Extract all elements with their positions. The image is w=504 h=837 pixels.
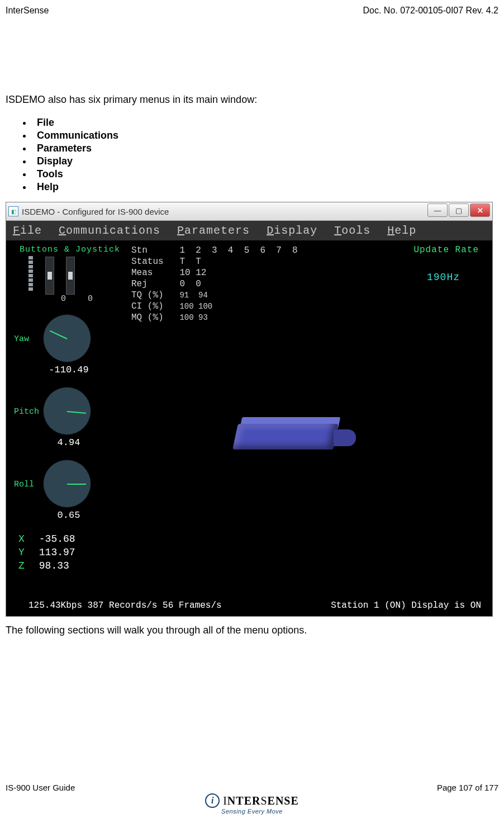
- menu-communications[interactable]: Communications: [59, 224, 160, 237]
- menu-parameters[interactable]: Parameters: [177, 224, 250, 237]
- logo-text: INTERSENSE: [223, 795, 299, 807]
- close-button[interactable]: ✕: [470, 204, 490, 217]
- joystick-value-1: 0: [61, 294, 66, 304]
- document-footer: IS-900 User Guide Page 107 of 177 i INTE…: [6, 783, 498, 815]
- document-number: Doc. No. 072-00105-0I07 Rev. 4.2: [363, 6, 498, 16]
- menu-help[interactable]: Help: [387, 224, 416, 237]
- joystick-slider-2[interactable]: [66, 257, 75, 295]
- list-item: File: [32, 117, 498, 129]
- needle-icon: [67, 411, 86, 414]
- joystick-slider-1[interactable]: [45, 257, 54, 295]
- logo-tagline: Sensing Every Move: [6, 808, 498, 815]
- update-rate-label: Update Rate: [413, 245, 479, 255]
- gauge-yaw-label: Yaw: [14, 334, 29, 344]
- row-tq: TQ (%) 91 94: [131, 290, 208, 300]
- list-item: Help: [32, 181, 498, 193]
- joystick-value-2: 0: [88, 294, 93, 304]
- menu-tools[interactable]: Tools: [334, 224, 370, 237]
- window-title: ISDEMO - Configured for IS-900 device: [22, 207, 169, 216]
- footer-left: IS-900 User Guide: [6, 783, 75, 792]
- gauge-roll-dial[interactable]: [43, 460, 91, 508]
- button-stack-icon: [28, 256, 33, 295]
- logo-mark-icon: i: [205, 793, 220, 808]
- row-stn: Stn 1 2 3 4 5 6 7 8: [131, 245, 298, 256]
- gauge-pitch-dial[interactable]: [43, 387, 91, 435]
- app-icon: ◧: [8, 206, 18, 216]
- window-titlebar[interactable]: ◧ ISDEMO - Configured for IS-900 device …: [6, 202, 492, 221]
- status-left: 125.43Kbps 387 Records/s 56 Frames/s: [28, 600, 222, 611]
- row-status: Status T T: [131, 257, 201, 267]
- needle-icon: [67, 484, 86, 485]
- minimize-button[interactable]: —: [427, 204, 448, 217]
- update-rate-value: 190Hz: [427, 272, 460, 283]
- row-rej: Rej 0 0: [131, 279, 201, 289]
- document-page: InterSense Doc. No. 072-00105-0I07 Rev. …: [0, 0, 504, 837]
- vendor-name: InterSense: [6, 6, 49, 16]
- maximize-button[interactable]: ▢: [449, 204, 469, 217]
- gauge-yaw-dial[interactable]: [43, 314, 91, 362]
- after-paragraph: The following sections will walk you thr…: [6, 625, 498, 636]
- row-mq: MQ (%) 100 93: [131, 313, 208, 323]
- menu-bullet-list: File Communications Parameters Display T…: [6, 117, 498, 193]
- document-header: InterSense Doc. No. 072-00105-0I07 Rev. …: [6, 6, 498, 16]
- xyz-position: X -35.68 Y 113.97 Z 98.33: [18, 532, 75, 573]
- y-value: 113.97: [39, 547, 75, 558]
- gauge-yaw-value: -110.49: [41, 365, 97, 375]
- list-item: Parameters: [32, 143, 498, 154]
- list-item: Display: [32, 155, 498, 167]
- buttons-joystick-label: Buttons & Joystick: [20, 245, 120, 254]
- z-label: Z: [18, 559, 33, 573]
- device-3d-icon[interactable]: [235, 414, 364, 461]
- menu-display[interactable]: Display: [267, 224, 317, 237]
- gauge-pitch-label: Pitch: [14, 407, 39, 417]
- needle-icon: [50, 330, 68, 339]
- status-right: Station 1 (ON) Display is ON: [331, 600, 481, 611]
- list-item: Communications: [32, 130, 498, 141]
- footer-right: Page 107 of 177: [437, 783, 498, 792]
- intersense-logo: i INTERSENSE: [205, 793, 299, 808]
- app-window: ◧ ISDEMO - Configured for IS-900 device …: [6, 202, 493, 617]
- x-label: X: [18, 532, 33, 546]
- gauge-pitch-value: 4.94: [41, 437, 97, 448]
- window-controls: — ▢ ✕: [427, 204, 490, 217]
- joystick-values: 0 0: [61, 294, 110, 304]
- gauge-roll-label: Roll: [14, 480, 34, 489]
- menu-file[interactable]: File: [13, 224, 42, 237]
- gauge-roll-value: 0.65: [41, 510, 97, 521]
- y-label: Y: [18, 546, 33, 559]
- z-value: 98.33: [39, 560, 69, 571]
- row-meas: Meas 10 12: [131, 268, 206, 278]
- buttons-joystick-panel: [28, 256, 75, 295]
- app-client-area: Buttons & Joystick 0 0 Stn 1 2 3 4 5 6 7…: [6, 240, 492, 616]
- app-menubar: File Communications Parameters Display T…: [6, 221, 492, 240]
- intro-paragraph: ISDEMO also has six primary menus in its…: [6, 94, 498, 106]
- app-statusbar: 125.43Kbps 387 Records/s 56 Frames/s Sta…: [6, 600, 492, 611]
- x-value: -35.68: [39, 533, 75, 545]
- row-ci: CI (%) 100 100: [131, 301, 212, 311]
- list-item: Tools: [32, 168, 498, 180]
- station-data-table: Stn 1 2 3 4 5 6 7 8 Status T T Meas 10 1…: [131, 245, 298, 323]
